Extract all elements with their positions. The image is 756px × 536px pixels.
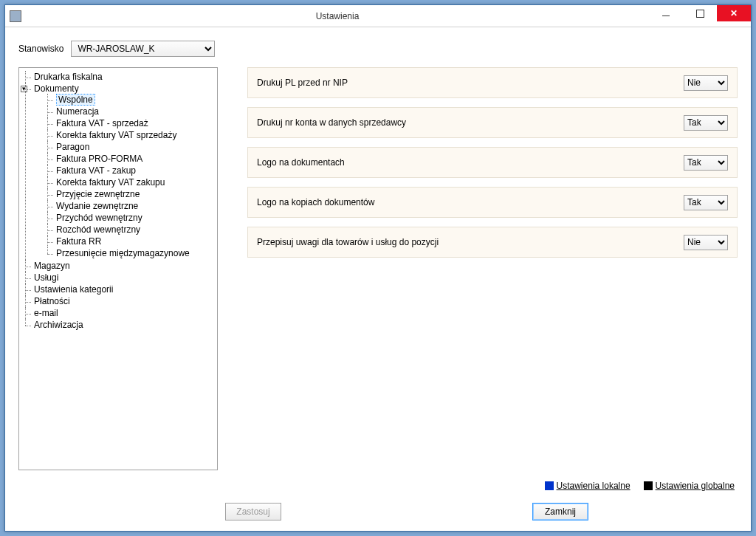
swatch-black-icon (644, 481, 653, 490)
tree-item-label: Przyjęcie zewnętrzne (56, 189, 140, 199)
tree-item[interactable]: Faktura VAT - sprzedaż (47, 117, 216, 129)
tree-item[interactable]: Faktura RR (47, 236, 216, 247)
settings-panel: Drukuj PL przed nr NIPTakNieDrukuj nr ko… (247, 67, 738, 470)
titlebar: Ustawienia (5, 5, 751, 27)
tree-item-label: Ustawienia kategorii (34, 284, 113, 295)
tree-item[interactable]: Faktura PRO-FORMA (47, 153, 216, 165)
tree-item[interactable]: Paragon (47, 141, 216, 153)
tree-item-label: Faktura VAT - zakup (56, 165, 136, 176)
tree-item[interactable]: e-mail (25, 307, 216, 319)
tree-item[interactable]: Przyjęcie zewnętrzne (47, 188, 216, 200)
tree-item[interactable]: Rozchód wewnętrzny (47, 224, 216, 236)
workstation-combo[interactable]: WR-JAROSLAW_K (71, 41, 215, 57)
tree-item[interactable]: Korekta faktury VAT sprzedaży (47, 129, 216, 141)
setting-label: Logo na kopiach dokumentów (257, 197, 374, 207)
tree-item[interactable]: Wspólne (47, 94, 216, 106)
main-columns: Drukarka fiskalna▾DokumentyWspólneNumera… (18, 67, 738, 470)
tree-item[interactable]: Magazyn (25, 260, 216, 272)
tree-item-label: Przesunięcie międzymagazynowe (56, 248, 190, 258)
legend-global: Ustawienia globalne (644, 481, 735, 491)
tree-item-label: Rozchód wewnętrzny (56, 224, 140, 235)
setting-label: Logo na dokumentach (257, 157, 345, 168)
swatch-blue-icon (545, 481, 554, 490)
tree-item-label: Wspólne (56, 94, 95, 106)
tree-item[interactable]: Ustawienia kategorii (25, 284, 216, 295)
tree-item[interactable]: Wydanie zewnętrzne (47, 200, 216, 212)
setting-label: Drukuj PL przed nr NIP (257, 78, 348, 88)
setting-select[interactable]: TakNie (684, 115, 728, 131)
tree-item-label: Numeracja (56, 106, 99, 117)
tree-item[interactable]: Drukarka fiskalna (25, 71, 216, 83)
tree-item[interactable]: Archiwizacja (25, 319, 216, 331)
setting-row: Logo na dokumentachTakNie (247, 147, 738, 178)
tree-toggle-icon[interactable]: ▾ (21, 86, 27, 92)
tree-item-label: Dokumenty (34, 83, 79, 94)
legend-local: Ustawienia lokalne (545, 481, 630, 491)
tree-item-label: e-mail (34, 308, 58, 318)
tree-item-label: Faktura VAT - sprzedaż (56, 118, 148, 128)
tree-item-label: Archiwizacja (34, 320, 83, 330)
tree-item[interactable]: Faktura VAT - zakup (47, 165, 216, 176)
setting-select[interactable]: TakNie (684, 195, 728, 210)
maximize-button[interactable] (683, 5, 717, 21)
setting-select[interactable]: TakNie (684, 155, 728, 171)
setting-row: Logo na kopiach dokumentówTakNie (247, 187, 738, 218)
setting-row: Przepisuj uwagi dla towarów i usług do p… (247, 227, 738, 258)
tree-item[interactable]: Przychód wewnętrzny (47, 212, 216, 224)
setting-label: Drukuj nr konta w danych sprzedawcy (257, 117, 406, 128)
legend: Ustawienia lokalne Ustawienia globalne (18, 478, 738, 491)
client-area: Stanowisko WR-JAROSLAW_K Drukarka fiskal… (5, 27, 751, 531)
tree-item-label: Magazyn (34, 261, 70, 271)
tree-item-label: Faktura RR (56, 236, 101, 247)
tree-item-label: Paragon (56, 142, 89, 152)
legend-local-link[interactable]: Ustawienia lokalne (557, 481, 630, 491)
tree-item[interactable]: ▾DokumentyWspólneNumeracjaFaktura VAT - … (25, 83, 216, 260)
close-button[interactable]: Zamknij (532, 503, 588, 520)
tree-item-label: Korekta faktury VAT sprzedaży (56, 130, 176, 140)
tree-item-label: Płatności (34, 296, 70, 306)
app-icon (10, 10, 21, 22)
setting-select[interactable]: TakNie (684, 235, 728, 250)
dialog-buttons: Zastosuj Zamknij (18, 498, 738, 523)
settings-window: Ustawienia Stanowisko WR-JAROSLAW_K Druk… (4, 4, 752, 532)
tree-item-label: Przychód wewnętrzny (56, 213, 142, 223)
tree-item[interactable]: Przesunięcie międzymagazynowe (47, 247, 216, 259)
tree-item-label: Usługi (34, 272, 58, 283)
minimize-button[interactable] (649, 5, 683, 21)
setting-label: Przepisuj uwagi dla towarów i usług do p… (257, 237, 439, 247)
window-controls (649, 5, 751, 27)
tree-item[interactable]: Usługi (25, 272, 216, 284)
setting-row: Drukuj PL przed nr NIPTakNie (247, 67, 738, 98)
category-tree[interactable]: Drukarka fiskalna▾DokumentyWspólneNumera… (18, 67, 218, 470)
tree-item-label: Drukarka fiskalna (34, 72, 103, 82)
apply-button: Zastosuj (225, 503, 281, 520)
tree-item-label: Korekta faktury VAT zakupu (56, 177, 165, 188)
tree-item-label: Wydanie zewnętrzne (56, 201, 138, 211)
window-title: Ustawienia (26, 11, 649, 21)
tree-item[interactable]: Numeracja (47, 106, 216, 117)
setting-select[interactable]: TakNie (684, 75, 728, 91)
tree-item-label: Faktura PRO-FORMA (56, 154, 142, 164)
setting-row: Drukuj nr konta w danych sprzedawcyTakNi… (247, 107, 738, 138)
tree-item[interactable]: Płatności (25, 295, 216, 307)
legend-global-link[interactable]: Ustawienia globalne (656, 481, 735, 491)
close-window-button[interactable] (717, 5, 751, 21)
workstation-row: Stanowisko WR-JAROSLAW_K (18, 41, 738, 57)
workstation-label: Stanowisko (18, 44, 63, 54)
tree-item[interactable]: Korekta faktury VAT zakupu (47, 176, 216, 188)
